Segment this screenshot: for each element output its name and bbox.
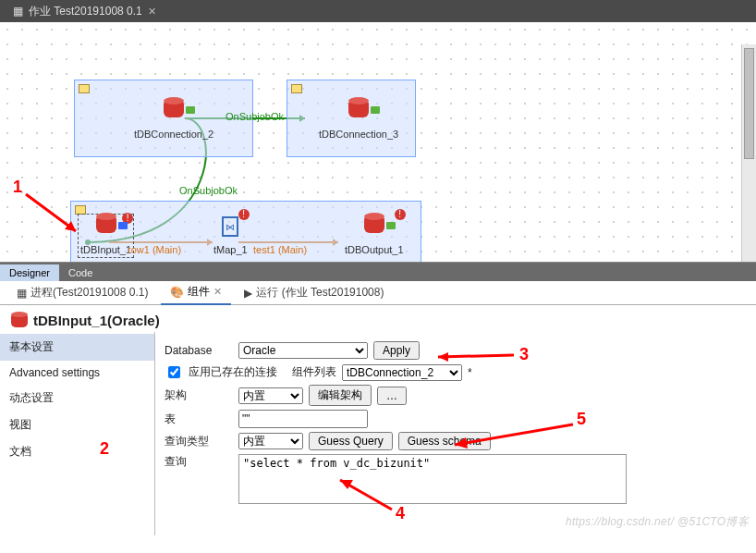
use-existing-connection-checkbox[interactable] bbox=[168, 366, 180, 378]
tab-component-label: 组件 bbox=[188, 284, 210, 300]
subjob-conn3[interactable]: tDBConnection_3 bbox=[287, 80, 416, 157]
component-tdboutput1[interactable]: ! tDBOutput_1 bbox=[345, 216, 404, 255]
designer-code-tabs: Designer Code bbox=[0, 263, 756, 281]
edit-schema-button[interactable]: 编辑架构 bbox=[309, 385, 372, 406]
nav-basic-settings[interactable]: 基本设置 bbox=[0, 334, 154, 361]
required-asterisk: * bbox=[468, 366, 472, 379]
error-icon: ! bbox=[395, 209, 406, 220]
component-tdbinput1[interactable]: ! tDBInput_1 bbox=[80, 216, 131, 255]
component-tdbconnection3[interactable]: tDBConnection_3 bbox=[319, 101, 398, 140]
nav-advanced-settings[interactable]: Advanced settings bbox=[0, 361, 154, 385]
tab-run-label: 运行 (作业 Test20191008) bbox=[256, 285, 384, 301]
component-label: tDBInput_1 bbox=[80, 244, 131, 255]
annotation-4: 4 bbox=[396, 504, 405, 522]
job-icon: ▦ bbox=[13, 5, 23, 18]
settings-nav: 基本设置 Advanced settings 动态设置 视图 文档 2 bbox=[0, 332, 155, 535]
apply-button[interactable]: Apply bbox=[373, 341, 420, 360]
tab-code[interactable]: Code bbox=[59, 264, 102, 281]
subjob-main[interactable]: ! tDBInput_1 ! ⋈ tMap_1 ! tDBOutput_1 bbox=[70, 201, 421, 263]
query-type-select[interactable]: 内置 bbox=[238, 433, 303, 449]
process-icon: ▦ bbox=[17, 287, 27, 300]
use-existing-connection-label: 应用已存在的连接 bbox=[189, 364, 277, 380]
editor-tabbar: ▦ 作业 Test20191008 0.1 ✕ bbox=[0, 0, 756, 22]
database-label: Database bbox=[165, 344, 233, 357]
component-label: tDBOutput_1 bbox=[345, 244, 404, 255]
annotation-1: 1 bbox=[13, 178, 22, 197]
close-icon[interactable]: ✕ bbox=[213, 286, 222, 298]
watermark-text: https://blog.csdn.net/ @51CTO博客 bbox=[566, 514, 749, 530]
component-list-label: 组件列表 bbox=[292, 364, 336, 380]
nav-dynamic-settings[interactable]: 动态设置 bbox=[0, 385, 154, 412]
component-tmap1[interactable]: ! ⋈ tMap_1 bbox=[213, 216, 248, 255]
canvas-scrollbar[interactable] bbox=[741, 44, 756, 262]
query-textarea[interactable]: "select * from v_dc_bizunit" bbox=[238, 454, 627, 504]
schema-label: 架构 bbox=[165, 387, 233, 403]
schema-select[interactable]: 内置 bbox=[238, 387, 303, 404]
query-type-label: 查询类型 bbox=[165, 434, 233, 449]
query-label: 查询 bbox=[165, 454, 233, 470]
table-input[interactable] bbox=[238, 410, 368, 428]
job-tab-label: 作业 Test20191008 0.1 bbox=[29, 4, 142, 19]
guess-query-button[interactable]: Guess Query bbox=[309, 432, 393, 450]
component-title-bar: tDBInput_1(Oracle) bbox=[0, 305, 756, 332]
tab-component[interactable]: 🎨 组件 ✕ bbox=[161, 280, 231, 305]
component-title: tDBInput_1(Oracle) bbox=[33, 313, 160, 328]
db-icon bbox=[11, 314, 28, 327]
link-label-onsubjobok: OnSubjobOk bbox=[179, 185, 238, 196]
job-tab[interactable]: ▦ 作业 Test20191008 0.1 ✕ bbox=[4, 1, 165, 22]
design-canvas[interactable]: tDBConnection_2 tDBConnection_3 ! tDBInp… bbox=[0, 22, 756, 263]
tab-process-label: 进程(Test20191008 0.1) bbox=[30, 285, 148, 301]
lower-tab-bar: ▦ 进程(Test20191008 0.1) 🎨 组件 ✕ ▶ 运行 (作业 T… bbox=[0, 281, 756, 305]
database-select[interactable]: Oracle bbox=[238, 342, 368, 359]
tab-process[interactable]: ▦ 进程(Test20191008 0.1) bbox=[7, 281, 157, 304]
component-list-select[interactable]: tDBConnection_2 bbox=[342, 364, 462, 381]
settings-form: Database Oracle Apply 应用已存在的连接 组件列表 tDBC… bbox=[155, 332, 756, 535]
component-label: tMap_1 bbox=[213, 244, 248, 255]
nav-view[interactable]: 视图 bbox=[0, 412, 154, 438]
subjob-conn2[interactable]: tDBConnection_2 bbox=[74, 80, 253, 157]
nav-doc[interactable]: 文档 bbox=[0, 438, 154, 465]
guess-schema-button[interactable]: Guess schema bbox=[398, 432, 491, 450]
play-icon: ▶ bbox=[244, 287, 252, 300]
component-label: tDBConnection_3 bbox=[319, 129, 398, 140]
close-icon[interactable]: ✕ bbox=[148, 6, 156, 18]
component-settings: 基本设置 Advanced settings 动态设置 视图 文档 2 Data… bbox=[0, 332, 756, 535]
component-tdbconnection2[interactable]: tDBConnection_2 bbox=[134, 101, 213, 140]
svg-line-7 bbox=[26, 194, 76, 231]
schema-dialog-button[interactable]: … bbox=[377, 387, 407, 405]
component-label: tDBConnection_2 bbox=[134, 129, 213, 140]
tab-run[interactable]: ▶ 运行 (作业 Test20191008) bbox=[235, 281, 393, 304]
tab-designer[interactable]: Designer bbox=[0, 264, 59, 281]
table-label: 表 bbox=[165, 412, 233, 427]
palette-icon: 🎨 bbox=[170, 286, 184, 299]
